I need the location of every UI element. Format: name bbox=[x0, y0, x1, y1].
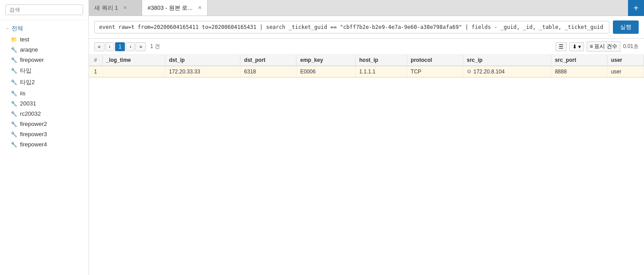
source-icon: 🔧 bbox=[11, 142, 17, 148]
cell-protocol: TCP bbox=[407, 66, 463, 77]
sidebar-item-label: test bbox=[20, 36, 29, 43]
pagination-left: « ‹ 1 › » 1 건 bbox=[94, 42, 160, 51]
sidebar-item-rc20032[interactable]: 🔧rc20032 bbox=[0, 109, 88, 119]
cell-log-time bbox=[102, 66, 165, 77]
sidebar-item-firepower4[interactable]: 🔧firepower4 bbox=[0, 139, 88, 150]
data-table: # _log_time dst_ip dst_port emp_key host… bbox=[89, 55, 644, 77]
page-current-button[interactable]: 1 bbox=[115, 42, 125, 51]
sidebar-item-label: firepower3 bbox=[20, 131, 47, 138]
sidebar-item-type1[interactable]: 🔧타입 bbox=[0, 65, 88, 77]
sidebar-section-all[interactable]: － 전체 bbox=[0, 23, 88, 34]
col-log-time[interactable]: _log_time bbox=[102, 55, 165, 66]
table-body: 1172.20.33.336318E00061.1.1.1TCP⚙172.20.… bbox=[89, 66, 644, 77]
cell-dst-ip: 172.20.33.33 bbox=[165, 66, 240, 77]
cell-src-ip: ⚙172.20.8.104 bbox=[463, 66, 551, 77]
sidebar-item-firepower2[interactable]: 🔧firepower2 bbox=[0, 119, 88, 129]
sidebar-item-label: araqne bbox=[20, 46, 38, 53]
cell-user: user bbox=[607, 66, 644, 77]
source-icon: 🔧 bbox=[11, 47, 17, 53]
host-icon: ⚙ bbox=[467, 69, 472, 75]
col-dst-port[interactable]: dst_port bbox=[240, 55, 296, 66]
sidebar-tree: － 전체 📁test🔧araqne🔧firepower🔧타입🔧타입2🔧iis🔧2… bbox=[0, 20, 88, 275]
cell-num: 1 bbox=[89, 66, 102, 77]
cell-emp-key: E0006 bbox=[296, 66, 356, 77]
col-user[interactable]: user bbox=[607, 55, 644, 66]
col-dst-ip[interactable]: dst_ip bbox=[165, 55, 240, 66]
col-host-ip[interactable]: host_ip bbox=[356, 55, 407, 66]
results-area: « ‹ 1 › » 1 건 ☰ ⬇ ▾ ≡ 표시 건수 0.01초 # _log… bbox=[89, 39, 644, 275]
list-view-button[interactable]: ☰ bbox=[556, 42, 567, 51]
source-icon: 🔧 bbox=[11, 57, 17, 63]
col-emp-key[interactable]: emp_key bbox=[296, 55, 356, 66]
run-button[interactable]: 실행 bbox=[613, 20, 639, 34]
tab-original-close-icon[interactable]: ✕ bbox=[198, 5, 202, 11]
source-icon: 🔧 bbox=[11, 68, 17, 74]
col-num[interactable]: # bbox=[89, 55, 102, 66]
collapse-icon: － bbox=[5, 25, 10, 32]
time-display: 0.01초 bbox=[623, 43, 639, 50]
page-first-button[interactable]: « bbox=[94, 42, 104, 51]
tab-new-query[interactable]: 새 쿼리 1 ✕ bbox=[89, 0, 142, 16]
page-next-button[interactable]: › bbox=[126, 42, 135, 51]
table-row[interactable]: 1172.20.33.336318E00061.1.1.1TCP⚙172.20.… bbox=[89, 66, 644, 77]
sidebar-item-label: firepower4 bbox=[20, 141, 47, 148]
search-input[interactable] bbox=[5, 4, 83, 15]
table-header-row: # _log_time dst_ip dst_port emp_key host… bbox=[89, 55, 644, 66]
source-icon: 🔧 bbox=[11, 101, 17, 107]
sidebar-item-label: 20031 bbox=[20, 100, 36, 107]
sidebar-item-label: firepower bbox=[20, 57, 44, 63]
tab-original-label: #3803 - 원본 로... bbox=[148, 4, 192, 12]
sidebar-item-20031[interactable]: 🔧20031 bbox=[0, 98, 88, 109]
pagination-right: ☰ ⬇ ▾ ≡ 표시 건수 0.01초 bbox=[556, 41, 639, 52]
sidebar-section-label: 전체 bbox=[12, 24, 23, 32]
page-count: 1 건 bbox=[150, 43, 160, 50]
col-src-port[interactable]: src_port bbox=[551, 55, 607, 66]
sidebar-item-firepower[interactable]: 🔧firepower bbox=[0, 55, 88, 65]
source-icon: 🔧 bbox=[11, 131, 17, 138]
sidebar: － 전체 📁test🔧araqne🔧firepower🔧타입🔧타입2🔧iis🔧2… bbox=[0, 0, 89, 275]
sidebar-items-list: 📁test🔧araqne🔧firepower🔧타입🔧타입2🔧iis🔧20031🔧… bbox=[0, 34, 88, 150]
sidebar-item-label: 타입2 bbox=[20, 78, 35, 86]
sidebar-item-label: firepower2 bbox=[20, 121, 47, 127]
download-button[interactable]: ⬇ ▾ bbox=[569, 42, 584, 51]
query-input[interactable] bbox=[94, 21, 609, 33]
new-tab-button[interactable]: + bbox=[628, 0, 644, 16]
cell-host-ip: 1.1.1.1 bbox=[356, 66, 407, 77]
page-prev-button[interactable]: ‹ bbox=[105, 42, 114, 51]
sidebar-item-label: rc20032 bbox=[20, 110, 41, 117]
main-area: 새 쿼리 1 ✕ #3803 - 원본 로... ✕ + 실행 « ‹ 1 › … bbox=[89, 0, 644, 275]
page-last-button[interactable]: » bbox=[136, 42, 146, 51]
sidebar-item-firepower3[interactable]: 🔧firepower3 bbox=[0, 129, 88, 139]
col-protocol[interactable]: protocol bbox=[407, 55, 463, 66]
query-panel: 실행 bbox=[89, 16, 644, 39]
source-icon: 🔧 bbox=[11, 79, 17, 85]
sidebar-item-test[interactable]: 📁test bbox=[0, 34, 88, 44]
sidebar-item-iis[interactable]: 🔧iis bbox=[0, 88, 88, 98]
folder-icon: 📁 bbox=[11, 36, 17, 43]
tab-new-query-close-icon[interactable]: ✕ bbox=[123, 5, 127, 11]
col-src-ip[interactable]: src_ip bbox=[463, 55, 551, 66]
source-icon: 🔧 bbox=[11, 90, 17, 97]
source-icon: 🔧 bbox=[11, 111, 17, 117]
display-count-button[interactable]: ≡ 표시 건수 bbox=[587, 41, 620, 52]
source-icon: 🔧 bbox=[11, 121, 17, 127]
tab-bar: 새 쿼리 1 ✕ #3803 - 원본 로... ✕ + bbox=[89, 0, 644, 16]
sidebar-item-label: iis bbox=[20, 90, 25, 97]
cell-src-port: 8888 bbox=[551, 66, 607, 77]
sidebar-item-type2[interactable]: 🔧타입2 bbox=[0, 77, 88, 88]
sidebar-item-araqne[interactable]: 🔧araqne bbox=[0, 44, 88, 55]
cell-dst-port: 6318 bbox=[240, 66, 296, 77]
tab-original[interactable]: #3803 - 원본 로... ✕ bbox=[142, 0, 208, 16]
pagination-bar: « ‹ 1 › » 1 건 ☰ ⬇ ▾ ≡ 표시 건수 0.01초 bbox=[89, 39, 644, 55]
tab-new-query-label: 새 쿼리 1 bbox=[94, 4, 118, 12]
sidebar-item-label: 타입 bbox=[20, 67, 32, 75]
table-header: # _log_time dst_ip dst_port emp_key host… bbox=[89, 55, 644, 66]
sidebar-search-area bbox=[0, 0, 88, 20]
